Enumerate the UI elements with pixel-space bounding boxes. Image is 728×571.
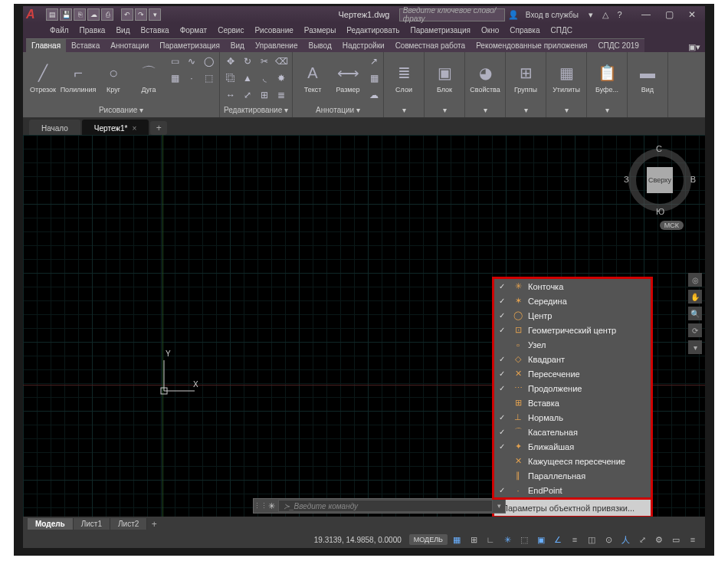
- command-history-icon[interactable]: ▾: [493, 502, 505, 510]
- dim-button[interactable]: ⟷Размер: [331, 54, 365, 101]
- close-icon[interactable]: ×: [132, 124, 136, 133]
- qat-save-icon[interactable]: 💾: [60, 8, 72, 21]
- move-icon[interactable]: ✥: [223, 54, 238, 69]
- otrack-toggle-icon[interactable]: ∠: [550, 533, 566, 546]
- osnap-settings-link[interactable]: Параметры объектной привязки...: [492, 500, 653, 517]
- tab-insert[interactable]: Вставка: [66, 38, 105, 52]
- transparency-icon[interactable]: ◫: [584, 533, 599, 546]
- space-toggle[interactable]: МОДЕЛЬ: [409, 534, 448, 545]
- polyline-button[interactable]: ⌐Полилиния: [61, 54, 95, 101]
- osnap-item[interactable]: ✓·EndPoint: [494, 483, 651, 497]
- clean-icon[interactable]: ▭: [668, 533, 684, 546]
- copy-icon[interactable]: ⿻: [223, 71, 238, 86]
- osnap-item[interactable]: ✓⌒Касательная: [494, 425, 651, 439]
- qat-more-icon[interactable]: ▾: [149, 8, 161, 21]
- tab-param[interactable]: Параметризация: [154, 38, 225, 52]
- layers-button[interactable]: ≣Слои: [387, 54, 421, 101]
- tab-home[interactable]: Главная: [26, 38, 66, 52]
- trim-icon[interactable]: ✂: [257, 54, 272, 69]
- qat-open-icon[interactable]: ▤: [46, 8, 58, 21]
- erase-icon[interactable]: ⌫: [274, 54, 289, 69]
- qat-new-icon[interactable]: ☁: [87, 8, 100, 21]
- osnap-item[interactable]: ✓⊡Геометрический центр: [494, 323, 651, 337]
- menu-dim[interactable]: Размеры: [299, 25, 342, 36]
- cart-icon[interactable]: ▾: [585, 9, 596, 21]
- viewcube-face[interactable]: Сверху: [647, 167, 673, 193]
- props-button[interactable]: ◕Свойства: [468, 54, 502, 101]
- utils-button[interactable]: ▦Утилиты: [549, 54, 583, 101]
- hatch-icon[interactable]: ▦: [167, 71, 182, 86]
- add-tab-button[interactable]: +: [150, 121, 167, 135]
- rect-icon[interactable]: ▭: [167, 54, 182, 69]
- wcs-label[interactable]: МСК: [660, 221, 684, 230]
- close-button[interactable]: ✕: [680, 6, 703, 23]
- explode-icon[interactable]: ✸: [274, 71, 289, 86]
- fillet-icon[interactable]: ◟: [257, 71, 272, 86]
- tab-annot[interactable]: Аннотации: [105, 38, 154, 52]
- drag-handle-icon[interactable]: ⋮⋮: [254, 502, 264, 510]
- qat-redo-icon[interactable]: ↷: [135, 8, 147, 21]
- nav-more-icon[interactable]: ▾: [688, 340, 702, 354]
- polar-toggle-icon[interactable]: ✳: [500, 533, 515, 546]
- layout-sheet1[interactable]: Лист1: [74, 518, 110, 530]
- menu-file[interactable]: Файл: [44, 25, 74, 36]
- osnap-item[interactable]: ✓✦Ближайшая: [494, 439, 651, 454]
- annomon-icon[interactable]: 人: [618, 533, 633, 546]
- menu-modify[interactable]: Редактировать: [341, 25, 405, 36]
- menu-param[interactable]: Параметризация: [405, 25, 476, 36]
- nav-pan-icon[interactable]: ✋: [688, 290, 702, 304]
- lwt-toggle-icon[interactable]: ≡: [567, 533, 582, 546]
- app-logo-icon[interactable]: A: [26, 8, 43, 21]
- menu-spds[interactable]: СПДС: [546, 25, 578, 36]
- layout-model[interactable]: Модель: [28, 518, 74, 530]
- doctab-start[interactable]: Начало: [29, 120, 80, 135]
- mirror-icon[interactable]: ▲: [240, 71, 255, 86]
- osnap-item[interactable]: ▫Узел: [494, 337, 651, 352]
- workspace-icon[interactable]: ⚙: [651, 533, 667, 546]
- tab-manage[interactable]: Управление: [250, 38, 303, 52]
- osnap-item[interactable]: ✓⊥Нормаль: [494, 410, 651, 425]
- point-icon[interactable]: ·: [184, 71, 199, 86]
- osnap-item[interactable]: ✓◯Центр: [494, 308, 651, 323]
- leader-icon[interactable]: ↗: [366, 54, 382, 69]
- osnap-item[interactable]: ✓◇Квадрант: [494, 352, 651, 366]
- tab-collab[interactable]: Совместная работа: [390, 38, 471, 52]
- viewcube[interactable]: Сверху С Ю В З: [625, 146, 694, 215]
- panel-annot-label[interactable]: Аннотации ▾: [296, 104, 380, 116]
- osnap-item[interactable]: ✓✶Середина: [494, 294, 651, 308]
- qat-saveas-icon[interactable]: ⎘: [74, 8, 86, 21]
- menu-view[interactable]: Вид: [110, 25, 135, 36]
- menu-format[interactable]: Формат: [175, 25, 213, 36]
- panel-modify-label[interactable]: Редактирование ▾: [223, 104, 289, 116]
- ortho-toggle-icon[interactable]: ∟: [483, 533, 498, 546]
- custom-icon[interactable]: ≡: [685, 533, 700, 546]
- layout-sheet2[interactable]: Лист2: [110, 518, 147, 530]
- osnap-item[interactable]: ✓✳Конточка: [494, 279, 651, 294]
- nav-wheel-icon[interactable]: ◎: [688, 273, 702, 287]
- minimize-button[interactable]: —: [635, 6, 657, 23]
- table-icon[interactable]: ▦: [366, 71, 382, 86]
- drawing-canvas[interactable]: Y X Сверху С Ю В З МСК ◎ ✋ 🔍 ⟳ ▾ ✓✳Конто…: [23, 135, 705, 517]
- nav-orbit-icon[interactable]: ⟳: [688, 323, 702, 337]
- arc-button[interactable]: ⌒Дуга: [132, 54, 166, 101]
- search-input[interactable]: Введите ключевое слово/фразу: [399, 8, 505, 21]
- groups-button[interactable]: ⊞Группы: [509, 54, 543, 101]
- region-icon[interactable]: ⬚: [201, 71, 216, 86]
- command-input[interactable]: ≻_ Введите команду: [278, 500, 493, 512]
- annoscale-icon[interactable]: ⤢: [635, 533, 650, 546]
- menu-draw[interactable]: Рисование: [249, 25, 298, 36]
- menu-tools[interactable]: Сервис: [212, 25, 249, 36]
- nav-zoom-icon[interactable]: 🔍: [688, 307, 702, 320]
- line-button[interactable]: ╱Отрезок: [26, 54, 60, 101]
- tab-spds[interactable]: СПДС 2019: [592, 38, 644, 52]
- offset-icon[interactable]: ≣: [274, 87, 289, 103]
- panel-draw-label[interactable]: Рисование ▾: [26, 104, 216, 116]
- stretch-icon[interactable]: ↔: [223, 87, 238, 103]
- clipboard-button[interactable]: 📋Буфе...: [590, 54, 624, 101]
- rotate-icon[interactable]: ↻: [240, 54, 255, 69]
- menu-help[interactable]: Справка: [504, 25, 545, 36]
- coordinates-readout[interactable]: 19.3139, 14.9858, 0.0000: [314, 536, 402, 544]
- share-icon[interactable]: △: [599, 9, 611, 21]
- menu-edit[interactable]: Правка: [74, 25, 111, 36]
- scale-icon[interactable]: ⤢: [240, 87, 255, 103]
